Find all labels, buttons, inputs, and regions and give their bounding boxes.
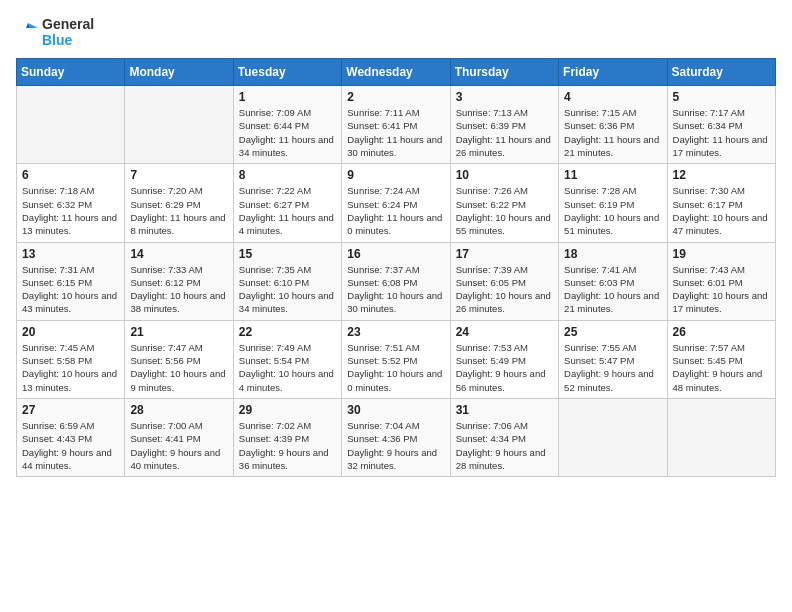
- day-number: 10: [456, 168, 553, 182]
- calendar-cell: [559, 398, 667, 476]
- calendar-cell: 31Sunrise: 7:06 AMSunset: 4:34 PMDayligh…: [450, 398, 558, 476]
- calendar-cell: 4Sunrise: 7:15 AMSunset: 6:36 PMDaylight…: [559, 86, 667, 164]
- calendar-cell: 10Sunrise: 7:26 AMSunset: 6:22 PMDayligh…: [450, 164, 558, 242]
- calendar-cell: 12Sunrise: 7:30 AMSunset: 6:17 PMDayligh…: [667, 164, 775, 242]
- calendar-cell: 8Sunrise: 7:22 AMSunset: 6:27 PMDaylight…: [233, 164, 341, 242]
- cell-content: Sunrise: 7:00 AMSunset: 4:41 PMDaylight:…: [130, 419, 227, 472]
- cell-content: Sunrise: 7:15 AMSunset: 6:36 PMDaylight:…: [564, 106, 661, 159]
- day-number: 17: [456, 247, 553, 261]
- calendar-cell: 30Sunrise: 7:04 AMSunset: 4:36 PMDayligh…: [342, 398, 450, 476]
- day-number: 29: [239, 403, 336, 417]
- cell-content: Sunrise: 7:55 AMSunset: 5:47 PMDaylight:…: [564, 341, 661, 394]
- day-header-wednesday: Wednesday: [342, 59, 450, 86]
- calendar-body: 1Sunrise: 7:09 AMSunset: 6:44 PMDaylight…: [17, 86, 776, 477]
- calendar-cell: 2Sunrise: 7:11 AMSunset: 6:41 PMDaylight…: [342, 86, 450, 164]
- calendar-cell: 28Sunrise: 7:00 AMSunset: 4:41 PMDayligh…: [125, 398, 233, 476]
- calendar-cell: 3Sunrise: 7:13 AMSunset: 6:39 PMDaylight…: [450, 86, 558, 164]
- calendar-cell: 7Sunrise: 7:20 AMSunset: 6:29 PMDaylight…: [125, 164, 233, 242]
- day-number: 20: [22, 325, 119, 339]
- calendar-cell: 21Sunrise: 7:47 AMSunset: 5:56 PMDayligh…: [125, 320, 233, 398]
- day-header-thursday: Thursday: [450, 59, 558, 86]
- cell-content: Sunrise: 7:06 AMSunset: 4:34 PMDaylight:…: [456, 419, 553, 472]
- cell-content: Sunrise: 7:18 AMSunset: 6:32 PMDaylight:…: [22, 184, 119, 237]
- cell-content: Sunrise: 7:17 AMSunset: 6:34 PMDaylight:…: [673, 106, 770, 159]
- calendar-cell: 24Sunrise: 7:53 AMSunset: 5:49 PMDayligh…: [450, 320, 558, 398]
- calendar-cell: [667, 398, 775, 476]
- cell-content: Sunrise: 7:22 AMSunset: 6:27 PMDaylight:…: [239, 184, 336, 237]
- cell-content: Sunrise: 7:39 AMSunset: 6:05 PMDaylight:…: [456, 263, 553, 316]
- cell-content: Sunrise: 7:26 AMSunset: 6:22 PMDaylight:…: [456, 184, 553, 237]
- days-of-week-row: SundayMondayTuesdayWednesdayThursdayFrid…: [17, 59, 776, 86]
- page-header: General Blue: [16, 16, 776, 48]
- day-number: 16: [347, 247, 444, 261]
- calendar-cell: 15Sunrise: 7:35 AMSunset: 6:10 PMDayligh…: [233, 242, 341, 320]
- calendar-cell: 17Sunrise: 7:39 AMSunset: 6:05 PMDayligh…: [450, 242, 558, 320]
- day-number: 6: [22, 168, 119, 182]
- cell-content: Sunrise: 6:59 AMSunset: 4:43 PMDaylight:…: [22, 419, 119, 472]
- calendar-cell: [17, 86, 125, 164]
- calendar-cell: 18Sunrise: 7:41 AMSunset: 6:03 PMDayligh…: [559, 242, 667, 320]
- calendar-cell: 14Sunrise: 7:33 AMSunset: 6:12 PMDayligh…: [125, 242, 233, 320]
- calendar-cell: 20Sunrise: 7:45 AMSunset: 5:58 PMDayligh…: [17, 320, 125, 398]
- calendar-cell: 23Sunrise: 7:51 AMSunset: 5:52 PMDayligh…: [342, 320, 450, 398]
- calendar-cell: 6Sunrise: 7:18 AMSunset: 6:32 PMDaylight…: [17, 164, 125, 242]
- day-header-sunday: Sunday: [17, 59, 125, 86]
- cell-content: Sunrise: 7:45 AMSunset: 5:58 PMDaylight:…: [22, 341, 119, 394]
- logo-blue-text: Blue: [42, 32, 94, 48]
- day-number: 7: [130, 168, 227, 182]
- day-number: 15: [239, 247, 336, 261]
- calendar-week-5: 27Sunrise: 6:59 AMSunset: 4:43 PMDayligh…: [17, 398, 776, 476]
- calendar-cell: 1Sunrise: 7:09 AMSunset: 6:44 PMDaylight…: [233, 86, 341, 164]
- cell-content: Sunrise: 7:57 AMSunset: 5:45 PMDaylight:…: [673, 341, 770, 394]
- calendar-cell: 29Sunrise: 7:02 AMSunset: 4:39 PMDayligh…: [233, 398, 341, 476]
- day-number: 22: [239, 325, 336, 339]
- day-number: 19: [673, 247, 770, 261]
- cell-content: Sunrise: 7:53 AMSunset: 5:49 PMDaylight:…: [456, 341, 553, 394]
- calendar-table: SundayMondayTuesdayWednesdayThursdayFrid…: [16, 58, 776, 477]
- calendar-cell: 9Sunrise: 7:24 AMSunset: 6:24 PMDaylight…: [342, 164, 450, 242]
- cell-content: Sunrise: 7:41 AMSunset: 6:03 PMDaylight:…: [564, 263, 661, 316]
- day-number: 24: [456, 325, 553, 339]
- day-header-monday: Monday: [125, 59, 233, 86]
- day-number: 28: [130, 403, 227, 417]
- cell-content: Sunrise: 7:24 AMSunset: 6:24 PMDaylight:…: [347, 184, 444, 237]
- day-header-tuesday: Tuesday: [233, 59, 341, 86]
- calendar-cell: 19Sunrise: 7:43 AMSunset: 6:01 PMDayligh…: [667, 242, 775, 320]
- calendar-cell: 5Sunrise: 7:17 AMSunset: 6:34 PMDaylight…: [667, 86, 775, 164]
- cell-content: Sunrise: 7:33 AMSunset: 6:12 PMDaylight:…: [130, 263, 227, 316]
- day-header-saturday: Saturday: [667, 59, 775, 86]
- day-header-friday: Friday: [559, 59, 667, 86]
- day-number: 26: [673, 325, 770, 339]
- day-number: 3: [456, 90, 553, 104]
- cell-content: Sunrise: 7:51 AMSunset: 5:52 PMDaylight:…: [347, 341, 444, 394]
- day-number: 14: [130, 247, 227, 261]
- cell-content: Sunrise: 7:49 AMSunset: 5:54 PMDaylight:…: [239, 341, 336, 394]
- calendar-cell: 22Sunrise: 7:49 AMSunset: 5:54 PMDayligh…: [233, 320, 341, 398]
- day-number: 27: [22, 403, 119, 417]
- cell-content: Sunrise: 7:37 AMSunset: 6:08 PMDaylight:…: [347, 263, 444, 316]
- calendar-cell: 27Sunrise: 6:59 AMSunset: 4:43 PMDayligh…: [17, 398, 125, 476]
- cell-content: Sunrise: 7:31 AMSunset: 6:15 PMDaylight:…: [22, 263, 119, 316]
- day-number: 5: [673, 90, 770, 104]
- logo-general-text: General: [42, 16, 94, 32]
- calendar-cell: 26Sunrise: 7:57 AMSunset: 5:45 PMDayligh…: [667, 320, 775, 398]
- day-number: 8: [239, 168, 336, 182]
- calendar-cell: 13Sunrise: 7:31 AMSunset: 6:15 PMDayligh…: [17, 242, 125, 320]
- cell-content: Sunrise: 7:30 AMSunset: 6:17 PMDaylight:…: [673, 184, 770, 237]
- cell-content: Sunrise: 7:13 AMSunset: 6:39 PMDaylight:…: [456, 106, 553, 159]
- calendar-week-1: 1Sunrise: 7:09 AMSunset: 6:44 PMDaylight…: [17, 86, 776, 164]
- day-number: 25: [564, 325, 661, 339]
- logo: General Blue: [16, 16, 94, 48]
- day-number: 9: [347, 168, 444, 182]
- logo-bird-icon: [16, 20, 40, 44]
- day-number: 30: [347, 403, 444, 417]
- day-number: 13: [22, 247, 119, 261]
- day-number: 2: [347, 90, 444, 104]
- cell-content: Sunrise: 7:04 AMSunset: 4:36 PMDaylight:…: [347, 419, 444, 472]
- day-number: 31: [456, 403, 553, 417]
- cell-content: Sunrise: 7:43 AMSunset: 6:01 PMDaylight:…: [673, 263, 770, 316]
- calendar-cell: 25Sunrise: 7:55 AMSunset: 5:47 PMDayligh…: [559, 320, 667, 398]
- day-number: 23: [347, 325, 444, 339]
- day-number: 18: [564, 247, 661, 261]
- calendar-cell: 11Sunrise: 7:28 AMSunset: 6:19 PMDayligh…: [559, 164, 667, 242]
